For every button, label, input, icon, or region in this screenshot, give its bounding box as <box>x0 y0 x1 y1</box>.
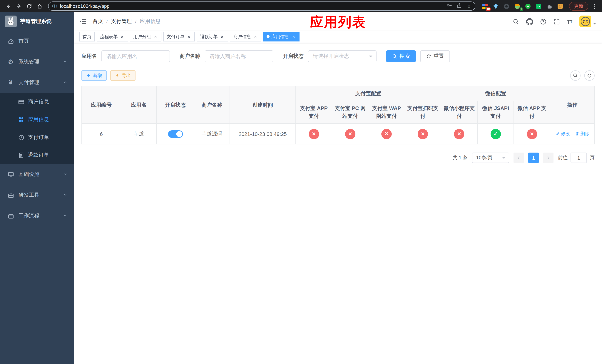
tab-merchant-info[interactable]: 商户信息 <box>230 32 261 42</box>
edit-button-label: 修改 <box>561 131 570 137</box>
navbar-actions: TT <box>513 16 596 27</box>
extension-dark-circle-icon[interactable] <box>503 2 510 10</box>
browser-back-icon[interactable] <box>4 1 13 11</box>
column-group-wechat: 微信配置 <box>441 86 550 101</box>
github-icon[interactable] <box>526 18 533 25</box>
password-key-icon[interactable] <box>447 3 452 10</box>
tab-process-form[interactable]: 流程表单 <box>97 32 128 42</box>
browser-toolbar: ⓘ localhost:1024/pay/app 10 1 <box>0 0 602 12</box>
tab-payment-orders[interactable]: 支付订单 <box>163 32 195 42</box>
sidebar-item-dev-tools[interactable]: 研发工具 <box>0 185 74 205</box>
tab-close-icon[interactable] <box>291 34 296 39</box>
column-header-merchant: 商户名称 <box>194 86 230 124</box>
browser-reload-icon[interactable] <box>24 1 34 11</box>
tab-close-icon[interactable] <box>220 34 225 39</box>
extension-monkey-icon[interactable] <box>557 2 564 10</box>
breadcrumb-current: 应用信息 <box>140 18 161 25</box>
tab-home[interactable]: 首页 <box>79 32 95 42</box>
hide-search-icon[interactable] <box>570 70 580 81</box>
sidebar-item-payment[interactable]: 支付管理 <box>0 72 74 93</box>
extension-badge: 1 <box>520 7 523 11</box>
prev-page-button[interactable] <box>514 152 524 163</box>
page-number-1[interactable]: 1 <box>528 152 539 163</box>
sidebar: 芋道管理系统 首页 系统管理 支付管理 商户信息 <box>0 12 74 364</box>
tab-app-info[interactable]: 应用信息 <box>263 32 300 42</box>
tab-label: 支付订单 <box>167 33 184 40</box>
sidebar-item-home[interactable]: 首页 <box>0 31 74 52</box>
tab-close-icon[interactable] <box>153 34 158 39</box>
sidebar-item-workflow[interactable]: 工作流程 <box>0 205 74 226</box>
extension-grid-icon[interactable]: 10 <box>481 2 489 10</box>
sidebar-item-infrastructure[interactable]: 基础设施 <box>0 164 74 185</box>
browser-menu-icon[interactable] <box>591 2 598 10</box>
column-header-ops: 操作 <box>550 86 594 124</box>
extension-vue-devtools-icon[interactable] <box>524 2 532 10</box>
reset-button[interactable]: 重置 <box>420 50 450 62</box>
search-button[interactable]: 搜索 <box>386 50 416 62</box>
add-button[interactable]: 新增 <box>81 70 107 81</box>
sidebar-item-label: 退款订单 <box>28 152 49 159</box>
cell-name: 芋道 <box>121 124 157 144</box>
fullscreen-icon[interactable] <box>553 18 559 25</box>
sidebar-item-merchant-info[interactable]: 商户信息 <box>0 93 74 111</box>
tab-refund-orders[interactable]: 退款订单 <box>197 32 228 42</box>
export-button-label: 导出 <box>122 72 131 79</box>
filter-form: 应用名 商户名称 开启状态 请选择开启状态 搜索 重置 <box>81 50 595 62</box>
merchant-input[interactable] <box>205 50 273 62</box>
share-icon[interactable] <box>457 3 462 10</box>
cell-merchant: 芋道源码 <box>194 124 230 144</box>
sidebar-item-refund-orders[interactable]: 退款订单 <box>0 146 74 164</box>
merchant-label: 商户名称 <box>180 53 200 60</box>
search-icon[interactable] <box>513 18 519 25</box>
font-size-icon[interactable]: TT <box>567 18 572 25</box>
chevron-down-icon <box>369 55 372 59</box>
screen: ⓘ localhost:1024/pay/app 10 1 <box>0 0 602 364</box>
extensions-puzzle-icon[interactable] <box>546 2 553 10</box>
appname-input[interactable] <box>101 50 170 62</box>
tab-label: 商户信息 <box>233 33 251 40</box>
tab-close-icon[interactable] <box>186 34 191 39</box>
goto-label: 前往 <box>558 154 568 161</box>
browser-forward-icon[interactable] <box>14 1 24 11</box>
page-size-select[interactable]: 10条/页 <box>472 152 509 163</box>
refresh-icon[interactable] <box>584 70 595 81</box>
cell-created: 2021-10-23 08:49:25 <box>230 124 296 144</box>
site-info-icon[interactable]: ⓘ <box>52 3 57 10</box>
extension-wechat-icon[interactable] <box>535 2 542 10</box>
sidebar-item-app-info[interactable]: 应用信息 <box>0 111 74 128</box>
help-icon[interactable] <box>540 18 546 25</box>
bookmark-star-icon[interactable] <box>467 3 471 10</box>
breadcrumb-payment[interactable]: 支付管理 <box>111 18 132 25</box>
breadcrumb-home[interactable]: 首页 <box>93 18 103 25</box>
extension-gem-icon[interactable] <box>492 2 499 10</box>
sidebar-item-payment-orders[interactable]: 支付订单 <box>0 128 74 146</box>
column-header-status: 开启状态 <box>157 86 194 124</box>
next-page-button[interactable] <box>543 152 553 163</box>
extension-avatar-icon[interactable]: 1 <box>514 2 521 10</box>
url-bar[interactable]: ⓘ localhost:1024/pay/app <box>48 1 475 11</box>
column-header-wx-app: 微信 APP 支付 <box>514 101 550 124</box>
delete-button[interactable]: 删除 <box>575 131 589 137</box>
chevron-down-icon <box>593 23 596 26</box>
status-select-placeholder: 请选择开启状态 <box>313 53 349 60</box>
export-button[interactable]: 导出 <box>110 70 136 81</box>
tab-close-icon[interactable] <box>119 34 125 39</box>
main-area: 首页 / 支付管理 / 应用信息 TT <box>74 12 602 364</box>
extension-badge: 10 <box>486 7 491 11</box>
edit-button[interactable]: 修改 <box>555 131 570 137</box>
tab-user-group[interactable]: 用户分组 <box>130 32 161 42</box>
row-status-toggle[interactable] <box>168 130 183 138</box>
sidebar-item-system[interactable]: 系统管理 <box>0 52 74 72</box>
user-menu[interactable] <box>580 16 596 27</box>
browser-update-button[interactable]: 更新 <box>569 2 588 11</box>
browser-home-icon[interactable] <box>35 1 44 11</box>
gear-icon <box>7 59 14 65</box>
status-select[interactable]: 请选择开启状态 <box>308 50 376 62</box>
search-button-label: 搜索 <box>399 53 410 60</box>
sidebar-collapse-icon[interactable] <box>79 18 87 25</box>
chevron-down-icon <box>502 157 506 161</box>
chevron-down-icon <box>63 59 67 65</box>
goto-page-input[interactable] <box>570 152 587 163</box>
briefcase-icon <box>7 213 14 219</box>
tab-close-icon[interactable] <box>253 34 258 39</box>
